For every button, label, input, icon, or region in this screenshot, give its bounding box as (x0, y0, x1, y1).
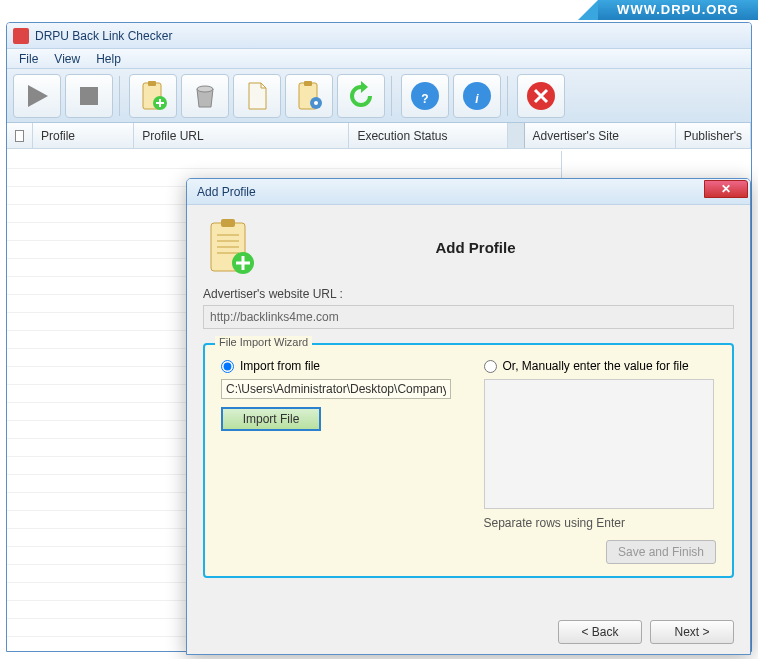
import-radio-label: Import from file (240, 359, 320, 373)
stop-button[interactable] (65, 74, 113, 118)
watermark-banner: WWW.DRPU.ORG (598, 0, 758, 20)
toolbar-separator (119, 76, 123, 116)
menu-view[interactable]: View (46, 52, 88, 66)
dialog-title: Add Profile (197, 185, 256, 199)
import-radio-input[interactable] (221, 360, 234, 373)
dialog-heading: Add Profile (277, 239, 734, 256)
refresh-button[interactable] (337, 74, 385, 118)
clipboard-gear-icon (292, 79, 326, 113)
column-execution[interactable]: Execution Status (349, 123, 507, 148)
separate-rows-label: Separate rows using Enter (484, 516, 717, 530)
close-circle-icon (524, 79, 558, 113)
column-checkbox[interactable] (7, 123, 33, 148)
file-import-wizard: File Import Wizard Import from file Impo… (203, 343, 734, 578)
menu-help[interactable]: Help (88, 52, 129, 66)
menubar: File View Help (7, 49, 751, 69)
next-button[interactable]: Next > (650, 620, 734, 644)
help-button[interactable]: ? (401, 74, 449, 118)
toolbar: ? i (7, 69, 751, 123)
clipboard-add-icon (136, 79, 170, 113)
toolbar-separator (391, 76, 395, 116)
settings-profile-button[interactable] (285, 74, 333, 118)
column-publisher[interactable]: Publisher's (676, 123, 751, 148)
svg-text:?: ? (421, 92, 428, 106)
play-icon (20, 79, 54, 113)
close-button[interactable] (517, 74, 565, 118)
wizard-right-column: Or, Manually enter the value for file Se… (484, 359, 717, 564)
dialog-body: Add Profile Advertiser's website URL : F… (187, 205, 750, 590)
save-finish-button: Save and Finish (606, 540, 716, 564)
window-title: DRPU Back Link Checker (35, 29, 172, 43)
svg-rect-1 (80, 87, 98, 105)
toolbar-separator (507, 76, 511, 116)
file-path-input[interactable] (221, 379, 451, 399)
column-headers: Profile Profile URL Execution Status Adv… (7, 123, 751, 149)
import-from-file-radio[interactable]: Import from file (221, 359, 454, 373)
info-icon: i (460, 79, 494, 113)
wizard-left-column: Import from file Import File (221, 359, 454, 564)
svg-point-9 (314, 101, 318, 105)
svg-rect-3 (148, 81, 156, 86)
manual-radio-label: Or, Manually enter the value for file (503, 359, 689, 373)
dialog-titlebar: Add Profile ✕ (187, 179, 750, 205)
advertiser-url-input (203, 305, 734, 329)
clipboard-add-large-icon (203, 217, 257, 277)
titlebar: DRPU Back Link Checker (7, 23, 751, 49)
help-icon: ? (408, 79, 442, 113)
svg-point-5 (197, 86, 213, 92)
trash-icon (188, 79, 222, 113)
stop-icon (72, 79, 106, 113)
close-icon: ✕ (721, 182, 731, 196)
dialog-footer: < Back Next > (558, 620, 734, 644)
url-label: Advertiser's website URL : (203, 287, 734, 301)
document-icon (240, 79, 274, 113)
app-icon (13, 28, 29, 44)
manual-entry-radio[interactable]: Or, Manually enter the value for file (484, 359, 717, 373)
url-section: Advertiser's website URL : (203, 287, 734, 329)
menu-file[interactable]: File (11, 52, 46, 66)
column-profile-url[interactable]: Profile URL (134, 123, 349, 148)
refresh-icon (344, 79, 378, 113)
dialog-close-button[interactable]: ✕ (704, 180, 748, 198)
manual-entry-textarea (484, 379, 714, 509)
add-profile-button[interactable] (129, 74, 177, 118)
delete-button[interactable] (181, 74, 229, 118)
add-profile-dialog: Add Profile ✕ Add Profile Advertiser's w… (186, 178, 751, 655)
wizard-legend: File Import Wizard (215, 336, 312, 348)
svg-rect-16 (221, 219, 235, 227)
import-file-button[interactable]: Import File (221, 407, 321, 431)
info-button[interactable]: i (453, 74, 501, 118)
manual-radio-input[interactable] (484, 360, 497, 373)
dialog-header: Add Profile (203, 217, 734, 277)
column-splitter[interactable] (508, 123, 525, 148)
svg-marker-0 (28, 85, 48, 107)
column-advertiser[interactable]: Advertiser's Site (525, 123, 676, 148)
svg-rect-7 (304, 81, 312, 86)
column-profile[interactable]: Profile (33, 123, 134, 148)
document-button[interactable] (233, 74, 281, 118)
play-button[interactable] (13, 74, 61, 118)
back-button[interactable]: < Back (558, 620, 642, 644)
